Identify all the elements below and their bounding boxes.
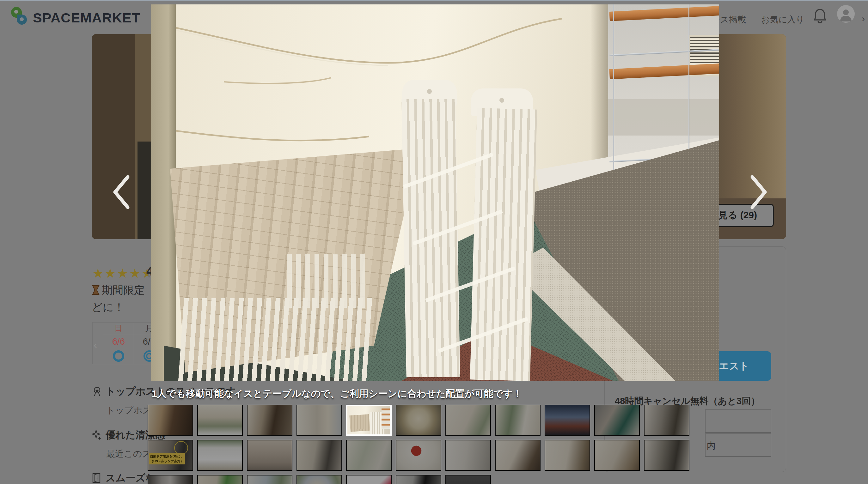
thumbnail-projector-device[interactable] <box>247 440 292 471</box>
thumbnail-projector-screen[interactable] <box>197 440 243 471</box>
thumbnail-hallway-carpet[interactable] <box>148 405 193 435</box>
thumbnail-meeting-room-b[interactable] <box>545 440 590 471</box>
thumbnail-electric-kettle[interactable] <box>396 475 441 484</box>
thumbnail-restroom[interactable] <box>445 440 491 471</box>
folding-chair-stack <box>470 108 537 381</box>
thumbnail-hallway-mirror[interactable] <box>247 405 292 435</box>
calendar-date: 6/6 <box>103 336 134 347</box>
thumbnail-dark-photo[interactable] <box>445 475 491 484</box>
door-power-label: 自動ドア電源をONに。（ON＝赤ランプ点灯） <box>149 453 185 464</box>
thumbnail-building-dusk[interactable] <box>545 405 590 435</box>
thumbnail-auto-door-switch[interactable]: 自動ドア電源をONに。（ON＝赤ランプ点灯） <box>148 440 193 471</box>
thumbnail-ceiling-light[interactable] <box>396 405 441 435</box>
calendar-col-sunday[interactable]: 日 6/6 <box>103 323 134 364</box>
star-rating-icons: ★★★★★★ <box>92 266 154 281</box>
calendar-day-header: 日 <box>103 323 134 334</box>
thumbnail-white-tables-room[interactable] <box>445 405 491 435</box>
thumbnail-elevator[interactable] <box>148 475 193 484</box>
thumbnail-glass-shelf-plants[interactable] <box>346 440 392 471</box>
thumbnail-white-boards-plants[interactable] <box>247 475 292 484</box>
thumbnail-tables-checker-room[interactable] <box>197 405 243 435</box>
prev-photo-arrow[interactable] <box>111 174 132 211</box>
thumb-art <box>349 414 370 432</box>
nav-favorites[interactable]: お気に入り <box>761 14 804 25</box>
availability-mark-circle <box>113 350 124 362</box>
spacemarket-logo-icon[interactable] <box>10 7 29 27</box>
thumbnail-fire-alarm-panel[interactable] <box>396 440 441 471</box>
thumbnail-glass-doors[interactable] <box>644 440 689 471</box>
table-legs <box>178 298 374 381</box>
user-avatar[interactable] <box>837 5 855 23</box>
thumbnail-folding-tables-current[interactable] <box>346 405 392 435</box>
logo-dot <box>14 10 18 13</box>
thumbnail-party-decor-illustration[interactable] <box>346 475 392 484</box>
brand-wordmark[interactable]: SPACEMARKET <box>33 10 141 26</box>
booking-select-date[interactable] <box>705 410 771 433</box>
thumb-art <box>381 409 390 429</box>
thumbnail-green-checker-wall[interactable] <box>495 405 540 435</box>
listing-title-line1: 期間限定 <box>92 283 145 298</box>
notification-bell-icon[interactable] <box>813 8 827 25</box>
photo-wall-band <box>608 99 719 135</box>
booking-select-capacity[interactable]: 内 <box>705 433 771 457</box>
thumbnail-meeting-room-c[interactable] <box>594 440 640 471</box>
thumbnail-glass-entrance[interactable] <box>644 405 689 435</box>
account-menu-chevron-icon[interactable]: › <box>862 13 865 24</box>
logo-dot <box>20 18 24 21</box>
thumbnail-hangers-rack[interactable] <box>297 440 342 471</box>
section-cleanliness-body: 最近このス <box>106 448 151 460</box>
section-top-host-body: トップホス <box>106 405 151 416</box>
lightbox-photo[interactable] <box>151 4 719 381</box>
spacemarket-photo-lightbox-page: SPACEMARKET スペース掲載 お気に入り › 見る (29) ★★★★★… <box>0 0 868 484</box>
calendar-prev-chevron[interactable]: ‹ <box>94 339 97 351</box>
window-top-edge <box>0 0 868 1</box>
table-legs-back <box>287 254 369 308</box>
photo-caption: 1人でも移動可能なイスとテーブルなので、ご利用シーンに合わせた配置が可能です！ <box>152 387 522 400</box>
next-photo-arrow[interactable] <box>748 174 769 211</box>
thumbnail-ceiling-decor[interactable] <box>297 475 342 484</box>
thumbnail-entrance-railing[interactable] <box>594 405 640 435</box>
sparkles-icon <box>92 430 102 442</box>
medal-icon <box>92 386 102 398</box>
thumbnail-room-green-screen[interactable] <box>197 475 243 484</box>
thumbnail-meeting-room-a[interactable] <box>495 440 540 471</box>
listing-title-line2: どに！ <box>92 300 125 315</box>
door-icon <box>92 473 101 484</box>
thumbnail-chairs-window[interactable] <box>297 405 342 435</box>
hourglass-icon <box>92 285 100 298</box>
capacity-suffix-text: 内 <box>707 440 716 452</box>
